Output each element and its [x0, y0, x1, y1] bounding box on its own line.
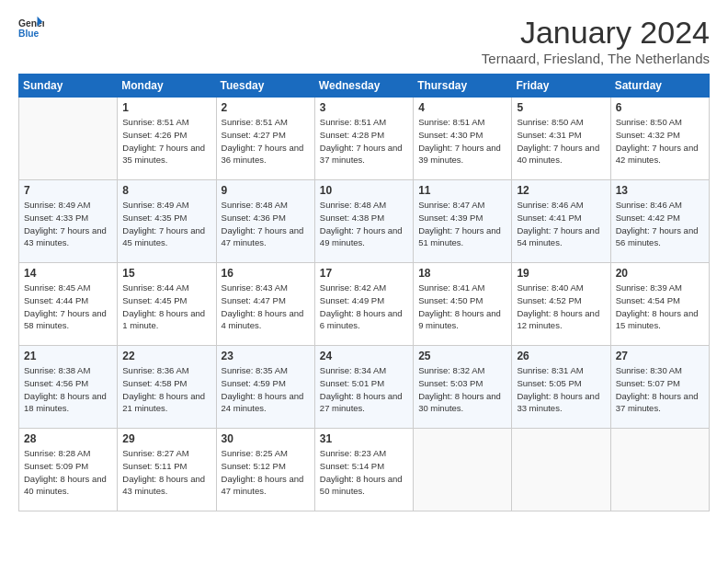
sunrise: Sunrise: 8:51 AM: [320, 117, 386, 127]
sunrise: Sunrise: 8:31 AM: [517, 365, 583, 375]
cell-info: Sunrise: 8:43 AM Sunset: 4:47 PM Dayligh…: [222, 282, 310, 332]
day-number: 3: [320, 101, 408, 114]
day-number: 15: [122, 267, 210, 280]
sunset: Sunset: 4:44 PM: [24, 295, 88, 305]
sunrise: Sunrise: 8:44 AM: [122, 282, 188, 293]
daylight: Daylight: 7 hours and 40 minutes.: [517, 143, 599, 166]
calendar-week-4: 21 Sunrise: 8:38 AM Sunset: 4:56 PM Dayl…: [19, 346, 710, 429]
daylight: Daylight: 8 hours and 4 minutes.: [222, 308, 304, 331]
sunrise: Sunrise: 8:43 AM: [222, 282, 288, 293]
sunrise: Sunrise: 8:51 AM: [122, 117, 188, 127]
sunrise: Sunrise: 8:42 AM: [320, 282, 386, 293]
day-number: 1: [122, 101, 210, 114]
day-number: 12: [517, 184, 605, 197]
day-number: 7: [24, 184, 112, 197]
sunset: Sunset: 5:07 PM: [616, 378, 680, 388]
col-header-monday: Monday: [118, 75, 216, 98]
cell-info: Sunrise: 8:40 AM Sunset: 4:52 PM Dayligh…: [517, 282, 605, 332]
calendar-week-2: 7 Sunrise: 8:49 AM Sunset: 4:33 PM Dayli…: [19, 180, 710, 263]
sunset: Sunset: 4:28 PM: [320, 130, 384, 140]
cell-info: Sunrise: 8:51 AM Sunset: 4:27 PM Dayligh…: [222, 116, 310, 167]
sunset: Sunset: 4:30 PM: [418, 130, 483, 140]
sunset: Sunset: 4:58 PM: [122, 378, 187, 388]
day-number: 6: [616, 101, 704, 114]
sunrise: Sunrise: 8:50 AM: [517, 117, 583, 127]
cell-info: Sunrise: 8:38 AM Sunset: 4:56 PM Dayligh…: [24, 364, 112, 415]
sunset: Sunset: 4:42 PM: [616, 213, 680, 223]
daylight: Daylight: 8 hours and 24 minutes.: [222, 391, 304, 414]
sunset: Sunset: 4:50 PM: [418, 295, 483, 305]
calendar-cell: 18 Sunrise: 8:41 AM Sunset: 4:50 PM Dayl…: [414, 263, 512, 346]
calendar-cell: 12 Sunrise: 8:46 AM Sunset: 4:41 PM Dayl…: [512, 180, 610, 263]
sunset: Sunset: 5:01 PM: [320, 378, 384, 388]
calendar-cell: 27 Sunrise: 8:30 AM Sunset: 5:07 PM Dayl…: [610, 346, 709, 429]
col-header-tuesday: Tuesday: [216, 75, 314, 98]
daylight: Daylight: 8 hours and 27 minutes.: [320, 391, 403, 414]
sunrise: Sunrise: 8:30 AM: [616, 365, 682, 375]
sunset: Sunset: 4:54 PM: [616, 295, 680, 305]
cell-info: Sunrise: 8:49 AM Sunset: 4:35 PM Dayligh…: [122, 199, 210, 249]
day-number: 26: [517, 350, 605, 362]
day-number: 25: [418, 350, 506, 362]
sunset: Sunset: 4:26 PM: [122, 130, 187, 140]
daylight: Daylight: 8 hours and 43 minutes.: [122, 474, 205, 497]
calendar-cell: 8 Sunrise: 8:49 AM Sunset: 4:35 PM Dayli…: [118, 180, 216, 263]
day-number: 13: [616, 184, 704, 197]
cell-info: Sunrise: 8:42 AM Sunset: 4:49 PM Dayligh…: [320, 282, 408, 332]
cell-info: Sunrise: 8:48 AM Sunset: 4:36 PM Dayligh…: [222, 199, 310, 249]
cell-info: Sunrise: 8:51 AM Sunset: 4:26 PM Dayligh…: [122, 116, 210, 167]
sunset: Sunset: 4:38 PM: [320, 213, 384, 223]
sunrise: Sunrise: 8:50 AM: [616, 117, 682, 127]
day-number: 21: [24, 350, 112, 362]
cell-info: Sunrise: 8:35 AM Sunset: 4:59 PM Dayligh…: [222, 364, 310, 415]
calendar-header-row: SundayMondayTuesdayWednesdayThursdayFrid…: [19, 75, 710, 98]
day-number: 5: [517, 101, 605, 114]
col-header-thursday: Thursday: [414, 75, 512, 98]
cell-info: Sunrise: 8:25 AM Sunset: 5:12 PM Dayligh…: [222, 447, 310, 498]
cell-info: Sunrise: 8:32 AM Sunset: 5:03 PM Dayligh…: [418, 364, 506, 415]
sunset: Sunset: 4:31 PM: [517, 130, 581, 140]
daylight: Daylight: 8 hours and 18 minutes.: [24, 391, 107, 414]
sunrise: Sunrise: 8:27 AM: [122, 448, 188, 458]
sunset: Sunset: 4:52 PM: [517, 295, 581, 305]
calendar-cell: 17 Sunrise: 8:42 AM Sunset: 4:49 PM Dayl…: [314, 263, 413, 346]
day-number: 10: [320, 184, 408, 197]
daylight: Daylight: 7 hours and 54 minutes.: [517, 225, 599, 248]
sunset: Sunset: 4:27 PM: [222, 130, 286, 140]
daylight: Daylight: 7 hours and 35 minutes.: [122, 143, 205, 166]
sunset: Sunset: 5:12 PM: [222, 461, 286, 471]
calendar-cell: [19, 98, 118, 180]
day-number: 28: [24, 432, 112, 445]
daylight: Daylight: 7 hours and 43 minutes.: [24, 225, 107, 248]
day-number: 31: [320, 432, 408, 445]
daylight: Daylight: 8 hours and 6 minutes.: [320, 308, 403, 331]
sunrise: Sunrise: 8:39 AM: [616, 282, 682, 293]
sunset: Sunset: 4:56 PM: [24, 378, 88, 388]
col-header-friday: Friday: [512, 75, 610, 98]
cell-info: Sunrise: 8:41 AM Sunset: 4:50 PM Dayligh…: [418, 282, 506, 332]
daylight: Daylight: 8 hours and 9 minutes.: [418, 308, 501, 331]
sunset: Sunset: 4:35 PM: [122, 213, 187, 223]
cell-info: Sunrise: 8:49 AM Sunset: 4:33 PM Dayligh…: [24, 199, 112, 249]
page-header: General Blue January 2024 Ternaard, Frie…: [18, 15, 710, 66]
cell-info: Sunrise: 8:44 AM Sunset: 4:45 PM Dayligh…: [122, 282, 210, 332]
calendar-cell: [414, 429, 512, 511]
calendar-cell: 9 Sunrise: 8:48 AM Sunset: 4:36 PM Dayli…: [216, 180, 314, 263]
calendar-table: SundayMondayTuesdayWednesdayThursdayFrid…: [18, 74, 710, 511]
sunrise: Sunrise: 8:23 AM: [320, 448, 386, 458]
sunset: Sunset: 5:11 PM: [122, 461, 187, 471]
calendar-cell: 21 Sunrise: 8:38 AM Sunset: 4:56 PM Dayl…: [19, 346, 118, 429]
daylight: Daylight: 8 hours and 21 minutes.: [122, 391, 205, 414]
day-number: 22: [122, 350, 210, 362]
day-number: 14: [24, 267, 112, 280]
sunset: Sunset: 4:41 PM: [517, 213, 581, 223]
sunrise: Sunrise: 8:40 AM: [517, 282, 583, 293]
col-header-saturday: Saturday: [610, 75, 709, 98]
cell-info: Sunrise: 8:50 AM Sunset: 4:31 PM Dayligh…: [517, 116, 605, 167]
calendar-cell: 10 Sunrise: 8:48 AM Sunset: 4:38 PM Dayl…: [314, 180, 413, 263]
calendar-cell: 26 Sunrise: 8:31 AM Sunset: 5:05 PM Dayl…: [512, 346, 610, 429]
calendar-cell: 13 Sunrise: 8:46 AM Sunset: 4:42 PM Dayl…: [610, 180, 709, 263]
calendar-title: January 2024: [482, 15, 710, 51]
calendar-cell: 7 Sunrise: 8:49 AM Sunset: 4:33 PM Dayli…: [19, 180, 118, 263]
cell-info: Sunrise: 8:34 AM Sunset: 5:01 PM Dayligh…: [320, 364, 408, 415]
